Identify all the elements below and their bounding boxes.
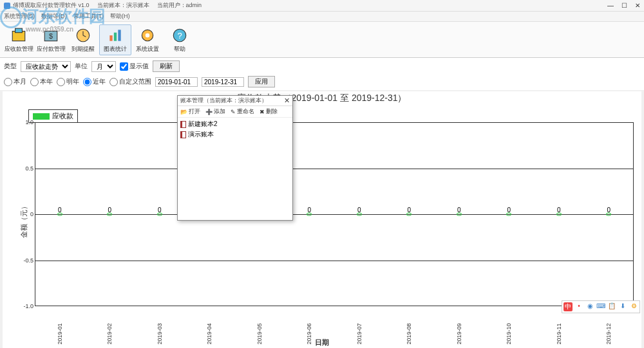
dialog-close-button[interactable]: ✕ [284,96,290,105]
apply-button[interactable]: 应用 [248,76,275,87]
toolbar-reminder[interactable]: 到期提醒 [67,25,99,55]
chart-legend: 应收款 [28,109,78,123]
y-axis-label: 金额（元） [19,203,29,238]
dialog-open-button[interactable]: 📂打开 [180,107,200,116]
svg-rect-5 [109,35,112,41]
radio-this-year[interactable]: 本年 [30,77,53,86]
book-icon [180,131,186,138]
filter-bar: 类型 应收款走势 单位 月 显示值 刷新 本月 本年 明年 近年 自定义范围 应… [0,58,644,90]
ime-toolbar[interactable]: 中 • ◉ ⌨ 📋 ⬇ ⚙ [562,300,640,313]
svg-rect-1 [15,28,23,33]
chart-area: 应收款走势（2019-01-01 至 2019-12-31） 应收款 金额（元）… [3,91,641,348]
show-value-checkbox[interactable]: 显示值 [120,62,149,71]
svg-text:?: ? [177,31,182,41]
radio-next-year[interactable]: 明年 [57,77,79,86]
svg-point-9 [146,33,150,37]
book-item[interactable]: 新建账本2 [179,119,291,129]
type-label: 类型 [4,62,17,71]
svg-rect-6 [114,32,117,41]
radio-this-month[interactable]: 本月 [4,77,26,86]
date-from-input[interactable] [155,77,198,87]
app-title: 傅博观取应付款管理软件 v1.0 [13,1,90,10]
radio-custom-range[interactable]: 自定义范围 [109,77,151,86]
maximize-button[interactable]: ☐ [621,2,627,9]
dialog-delete-button[interactable]: ✖删除 [260,107,278,116]
svg-rect-7 [118,30,120,41]
refresh-button[interactable]: 刷新 [153,60,180,72]
toolbar-receivable[interactable]: 应收款管理 [3,25,35,55]
toolbar-settings[interactable]: 系统设置 [131,25,164,55]
menu-system[interactable]: 系统管理(S) [4,12,35,21]
minimize-button[interactable]: — [607,2,614,9]
book-icon [180,121,186,128]
unit-label: 单位 [75,62,88,71]
menu-tools[interactable]: 常用工具(T) [73,12,104,21]
date-to-input[interactable] [202,77,244,87]
legend-swatch-icon [33,113,50,120]
svg-text:$: $ [49,32,53,40]
current-book: 当前账本：演示账本 [97,1,149,10]
app-icon [4,3,10,9]
dialog-title: 账本管理（当前账本：演示账本） [180,96,267,105]
unit-select[interactable]: 月 [91,61,116,72]
current-user: 当前用户：admin [157,1,202,10]
toolbar-payable[interactable]: $ 应付款管理 [35,25,67,55]
book-item[interactable]: 演示账本 [179,129,291,140]
x-axis-label: 日期 [315,338,329,347]
toolbar: 应收款管理 $ 应付款管理 到期提醒 图表统计 系统设置 ? 帮助 [0,22,644,58]
menu-help[interactable]: 帮助(H) [110,12,130,21]
toolbar-charts[interactable]: 图表统计 [99,24,131,55]
dialog-rename-button[interactable]: ✎重命名 [231,107,254,116]
title-bar: 傅博观取应付款管理软件 v1.0 当前账本：演示账本 当前用户：admin — … [0,0,644,12]
toolbar-help[interactable]: ? 帮助 [164,25,196,55]
menu-bar: 系统管理(S) 数据等(D) 常用工具(T) 帮助(H) [0,12,644,22]
menu-data[interactable]: 数据等(D) [41,12,67,21]
dialog-add-button[interactable]: ➕添加 [205,107,225,116]
book-manager-dialog: 账本管理（当前账本：演示账本） ✕ 📂打开 ➕添加 ✎重命名 ✖删除 新建账本2… [177,95,293,221]
radio-recent-year[interactable]: 近年 [83,77,106,86]
chart-title: 应收款走势（2019-01-01 至 2019-12-31） [3,91,641,104]
close-button[interactable]: ✕ [635,2,640,9]
type-select[interactable]: 应收款走势 [21,61,71,72]
